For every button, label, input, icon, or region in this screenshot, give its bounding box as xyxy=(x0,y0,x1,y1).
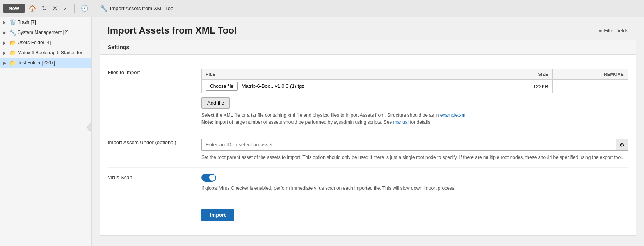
files-to-import-control: FILE SIZE REMOVE Choose file Matrix-6-Bo… xyxy=(201,69,628,126)
choose-file-button[interactable]: Choose file xyxy=(206,82,238,91)
help-text-3: for details. xyxy=(409,119,432,125)
filter-label: Filter fields xyxy=(604,28,628,34)
virus-scan-help: If global Virus Checker is enabled, perf… xyxy=(201,185,628,192)
toolbar-divider xyxy=(74,4,75,13)
sidebar-item-label: System Management [2] xyxy=(18,30,88,35)
asset-select-button[interactable]: ⚙ xyxy=(616,139,628,151)
settings-body: Files to Import FILE SIZE REMOVE xyxy=(100,55,636,235)
help-text-2: Import of large number of assets should … xyxy=(213,119,393,125)
system-icon: 🔧 xyxy=(9,29,16,36)
refresh-button[interactable]: ↻ xyxy=(40,3,48,14)
page-title: Import Assets from XML Tool xyxy=(107,25,237,36)
add-file-button[interactable]: Add file xyxy=(201,97,230,109)
toggle-slider xyxy=(201,174,216,182)
settings-header: Settings xyxy=(100,40,636,55)
example-xml-link[interactable]: example.xml xyxy=(440,112,466,118)
folder-icon: 📂 xyxy=(9,39,16,46)
col-remove-header: REMOVE xyxy=(552,69,628,80)
manual-link[interactable]: manual xyxy=(393,119,409,125)
asset-select-icon: ⚙ xyxy=(619,142,624,148)
sidebar-item-system-management[interactable]: ▶ 🔧 System Management [2] xyxy=(0,27,91,37)
virus-scan-label: Virus Scan xyxy=(108,174,194,180)
col-size-header: SIZE xyxy=(489,69,553,80)
asset-input-row: ⚙ xyxy=(201,139,628,151)
history-button[interactable]: 🕐 xyxy=(79,3,90,14)
filename: Matrix-6-Boo...v1.0.0 (1).tgz xyxy=(242,83,304,89)
sidebar-item-label: Test Folder [2207] xyxy=(18,60,88,66)
file-table-row: Choose file Matrix-6-Boo...v1.0.0 (1).tg… xyxy=(202,80,628,93)
page-header: Import Assets from XML Tool ≡ Filter fie… xyxy=(92,17,644,40)
sidebar-item-label: Matrix 6 Bootstrap 5 Starter Ter xyxy=(18,50,88,55)
sidebar-item-trash[interactable]: ▶ 🗑️ Trash [7] xyxy=(0,17,91,27)
sidebar-item-label: Trash [7] xyxy=(18,20,88,25)
content-area: Import Assets from XML Tool ≡ Filter fie… xyxy=(92,17,644,246)
import-spacer xyxy=(108,205,194,205)
file-remove-cell xyxy=(552,80,628,93)
sidebar-item-label: Users Folder [4] xyxy=(18,40,88,45)
help-text-1: Select the XML file or a tar file contai… xyxy=(201,112,440,118)
file-size-cell: 122KB xyxy=(489,80,553,93)
import-assets-label: Import Assets Under (optional) xyxy=(108,139,194,145)
folder-icon: 📁 xyxy=(9,50,16,56)
wrench-icon: 🔧 xyxy=(100,5,108,12)
close-button[interactable]: ✕ xyxy=(51,3,59,14)
folder-icon: 📁 xyxy=(9,60,16,66)
virus-scan-control: If global Virus Checker is enabled, perf… xyxy=(201,174,628,192)
import-button[interactable]: Import xyxy=(201,209,234,221)
toggle-knob xyxy=(209,175,215,181)
virus-scan-toggle[interactable] xyxy=(201,174,216,182)
file-cell: Choose file Matrix-6-Boo...v1.0.0 (1).tg… xyxy=(202,80,489,93)
sidebar: ▶ 🗑️ Trash [7] ▶ 🔧 System Management [2]… xyxy=(0,17,92,246)
settings-panel: Settings Files to Import FILE SIZE REMOV… xyxy=(100,40,636,236)
sidebar-item-test-folder[interactable]: ▶ 📁 Test Folder [2207] xyxy=(0,58,91,68)
collapse-icon: < xyxy=(91,125,92,130)
arrow-icon: ▶ xyxy=(3,41,8,45)
files-to-import-row: Files to Import FILE SIZE REMOVE xyxy=(108,62,628,132)
import-button-row: Import xyxy=(108,198,628,228)
files-to-import-label: Files to Import xyxy=(108,69,194,75)
home-button[interactable]: 🏠 xyxy=(27,3,38,14)
toolbar-divider-2 xyxy=(95,4,95,13)
arrow-icon: ▶ xyxy=(3,30,8,35)
virus-scan-row: Virus Scan If global Virus Checker is en… xyxy=(108,168,628,198)
new-button[interactable]: New xyxy=(3,4,25,13)
filter-fields-button[interactable]: ≡ Filter fields xyxy=(599,28,628,34)
sidebar-item-users-folder[interactable]: ▶ 📂 Users Folder [4] xyxy=(0,37,91,48)
filter-icon: ≡ xyxy=(599,28,602,34)
main-layout: ▶ 🗑️ Trash [7] ▶ 🔧 System Management [2]… xyxy=(0,17,644,246)
arrow-icon: ▶ xyxy=(3,51,8,55)
col-file-header: FILE xyxy=(202,69,489,80)
files-help-text: Select the XML file or a tar file contai… xyxy=(201,112,628,126)
asset-help-text: Set the root parent asset of the assets … xyxy=(201,154,628,161)
import-control: Import xyxy=(201,205,628,221)
arrow-icon: ▶ xyxy=(3,20,8,25)
import-assets-control: ⚙ Set the root parent asset of the asset… xyxy=(201,139,628,161)
arrow-icon: ▶ xyxy=(3,61,8,65)
toolbar: New 🏠 ↻ ✕ ✓ 🕐 🔧 Import Assets from XML T… xyxy=(0,0,644,17)
tool-label: Import Assets from XML Tool xyxy=(110,5,174,11)
sidebar-collapse-button[interactable]: < xyxy=(87,123,92,132)
tool-label-container: 🔧 Import Assets from XML Tool xyxy=(100,5,174,12)
trash-icon: 🗑️ xyxy=(9,19,16,25)
check-button[interactable]: ✓ xyxy=(61,3,69,14)
help-note: Note: Import of large number of assets s… xyxy=(201,119,432,125)
sidebar-item-matrix-bootstrap[interactable]: ▶ 📁 Matrix 6 Bootstrap 5 Starter Ter xyxy=(0,48,91,58)
asset-id-input[interactable] xyxy=(201,139,616,151)
file-table: FILE SIZE REMOVE Choose file Matrix-6-Bo… xyxy=(201,69,628,93)
import-assets-under-row: Import Assets Under (optional) ⚙ Set the… xyxy=(108,132,628,168)
toggle-container xyxy=(201,174,628,182)
